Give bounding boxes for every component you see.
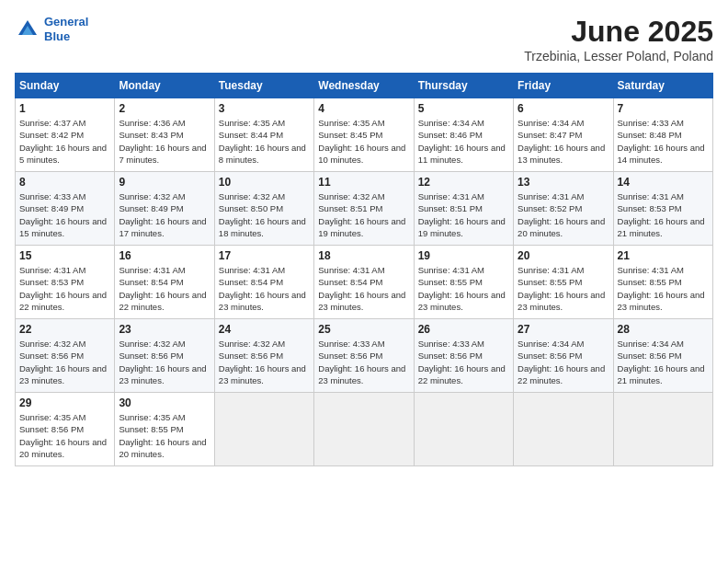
day-info: Sunrise: 4:35 AMSunset: 8:45 PMDaylight:… bbox=[318, 117, 409, 166]
calendar-cell: 9Sunrise: 4:32 AMSunset: 8:49 PMDaylight… bbox=[115, 172, 214, 246]
calendar-cell: 13Sunrise: 4:31 AMSunset: 8:52 PMDayligh… bbox=[514, 172, 613, 246]
calendar-cell bbox=[514, 393, 613, 466]
day-info: Sunrise: 4:31 AMSunset: 8:52 PMDaylight:… bbox=[518, 190, 609, 239]
day-number: 19 bbox=[418, 249, 509, 262]
day-number: 27 bbox=[518, 323, 609, 336]
day-number: 25 bbox=[318, 323, 409, 336]
calendar-cell: 21Sunrise: 4:31 AMSunset: 8:55 PMDayligh… bbox=[613, 246, 712, 319]
day-info: Sunrise: 4:31 AMSunset: 8:54 PMDaylight:… bbox=[219, 264, 310, 313]
day-info: Sunrise: 4:34 AMSunset: 8:46 PMDaylight:… bbox=[418, 117, 509, 166]
day-number: 17 bbox=[219, 249, 310, 262]
day-number: 26 bbox=[418, 323, 509, 336]
calendar-cell: 3Sunrise: 4:35 AMSunset: 8:44 PMDaylight… bbox=[214, 98, 313, 172]
calendar-cell: 20Sunrise: 4:31 AMSunset: 8:55 PMDayligh… bbox=[514, 246, 613, 319]
day-info: Sunrise: 4:31 AMSunset: 8:55 PMDaylight:… bbox=[618, 264, 709, 313]
day-info: Sunrise: 4:33 AMSunset: 8:49 PMDaylight:… bbox=[19, 190, 110, 239]
calendar-cell: 7Sunrise: 4:33 AMSunset: 8:48 PMDaylight… bbox=[613, 98, 712, 172]
day-number: 4 bbox=[318, 102, 409, 115]
day-info: Sunrise: 4:35 AMSunset: 8:55 PMDaylight:… bbox=[119, 411, 210, 460]
day-info: Sunrise: 4:31 AMSunset: 8:54 PMDaylight:… bbox=[318, 264, 409, 313]
calendar-cell: 19Sunrise: 4:31 AMSunset: 8:55 PMDayligh… bbox=[414, 246, 513, 319]
day-number: 10 bbox=[219, 176, 310, 189]
col-header-saturday: Saturday bbox=[613, 74, 712, 98]
day-number: 3 bbox=[219, 102, 310, 115]
day-number: 5 bbox=[418, 102, 509, 115]
calendar-cell: 16Sunrise: 4:31 AMSunset: 8:54 PMDayligh… bbox=[115, 246, 214, 319]
logo-icon bbox=[15, 17, 40, 42]
day-number: 1 bbox=[19, 102, 110, 115]
day-number: 14 bbox=[618, 176, 709, 189]
day-number: 15 bbox=[19, 249, 110, 262]
day-info: Sunrise: 4:36 AMSunset: 8:43 PMDaylight:… bbox=[119, 117, 210, 166]
calendar-cell: 23Sunrise: 4:32 AMSunset: 8:56 PMDayligh… bbox=[115, 319, 214, 393]
calendar-week-row: 8Sunrise: 4:33 AMSunset: 8:49 PMDaylight… bbox=[16, 172, 713, 246]
day-info: Sunrise: 4:31 AMSunset: 8:51 PMDaylight:… bbox=[418, 190, 509, 239]
calendar-cell: 4Sunrise: 4:35 AMSunset: 8:45 PMDaylight… bbox=[314, 98, 414, 172]
day-number: 2 bbox=[119, 102, 210, 115]
day-number: 12 bbox=[418, 176, 509, 189]
day-info: Sunrise: 4:31 AMSunset: 8:55 PMDaylight:… bbox=[518, 264, 609, 313]
calendar-cell: 11Sunrise: 4:32 AMSunset: 8:51 PMDayligh… bbox=[314, 172, 414, 246]
calendar-cell: 6Sunrise: 4:34 AMSunset: 8:47 PMDaylight… bbox=[514, 98, 613, 172]
location-title: Trzebinia, Lesser Poland, Poland bbox=[524, 49, 713, 63]
day-info: Sunrise: 4:32 AMSunset: 8:50 PMDaylight:… bbox=[219, 190, 310, 239]
calendar-cell: 24Sunrise: 4:32 AMSunset: 8:56 PMDayligh… bbox=[214, 319, 313, 393]
calendar-cell bbox=[314, 393, 414, 466]
day-info: Sunrise: 4:32 AMSunset: 8:56 PMDaylight:… bbox=[119, 338, 210, 386]
col-header-sunday: Sunday bbox=[16, 74, 115, 98]
col-header-wednesday: Wednesday bbox=[314, 74, 414, 98]
day-info: Sunrise: 4:34 AMSunset: 8:56 PMDaylight:… bbox=[618, 338, 709, 386]
day-info: Sunrise: 4:35 AMSunset: 8:56 PMDaylight:… bbox=[19, 411, 110, 460]
day-number: 21 bbox=[618, 249, 709, 262]
calendar-week-row: 1Sunrise: 4:37 AMSunset: 8:42 PMDaylight… bbox=[16, 98, 713, 172]
calendar-cell bbox=[414, 393, 513, 466]
calendar-cell: 22Sunrise: 4:32 AMSunset: 8:56 PMDayligh… bbox=[16, 319, 115, 393]
calendar-cell bbox=[214, 393, 313, 466]
day-info: Sunrise: 4:31 AMSunset: 8:54 PMDaylight:… bbox=[119, 264, 210, 313]
calendar-cell: 14Sunrise: 4:31 AMSunset: 8:53 PMDayligh… bbox=[613, 172, 712, 246]
day-number: 28 bbox=[618, 323, 709, 336]
day-info: Sunrise: 4:32 AMSunset: 8:51 PMDaylight:… bbox=[318, 190, 409, 239]
calendar-cell: 17Sunrise: 4:31 AMSunset: 8:54 PMDayligh… bbox=[214, 246, 313, 319]
day-number: 23 bbox=[119, 323, 210, 336]
calendar-cell: 18Sunrise: 4:31 AMSunset: 8:54 PMDayligh… bbox=[314, 246, 414, 319]
day-info: Sunrise: 4:34 AMSunset: 8:56 PMDaylight:… bbox=[518, 338, 609, 386]
calendar-header-row: SundayMondayTuesdayWednesdayThursdayFrid… bbox=[16, 74, 713, 98]
day-info: Sunrise: 4:33 AMSunset: 8:56 PMDaylight:… bbox=[318, 338, 409, 386]
calendar-cell bbox=[613, 393, 712, 466]
day-number: 22 bbox=[19, 323, 110, 336]
day-number: 24 bbox=[219, 323, 310, 336]
day-number: 13 bbox=[518, 176, 609, 189]
col-header-monday: Monday bbox=[115, 74, 214, 98]
col-header-friday: Friday bbox=[514, 74, 613, 98]
calendar-week-row: 29Sunrise: 4:35 AMSunset: 8:56 PMDayligh… bbox=[16, 393, 713, 466]
calendar-cell: 10Sunrise: 4:32 AMSunset: 8:50 PMDayligh… bbox=[214, 172, 313, 246]
title-area: June 2025 Trzebinia, Lesser Poland, Pola… bbox=[524, 15, 713, 63]
logo-general: General bbox=[44, 15, 88, 29]
calendar-cell: 8Sunrise: 4:33 AMSunset: 8:49 PMDaylight… bbox=[16, 172, 115, 246]
calendar-cell: 26Sunrise: 4:33 AMSunset: 8:56 PMDayligh… bbox=[414, 319, 513, 393]
page-header: General Blue June 2025 Trzebinia, Lesser… bbox=[15, 15, 713, 63]
day-number: 16 bbox=[119, 249, 210, 262]
calendar-cell: 25Sunrise: 4:33 AMSunset: 8:56 PMDayligh… bbox=[314, 319, 414, 393]
day-number: 8 bbox=[19, 176, 110, 189]
day-info: Sunrise: 4:33 AMSunset: 8:56 PMDaylight:… bbox=[418, 338, 509, 386]
day-number: 30 bbox=[119, 396, 210, 409]
day-info: Sunrise: 4:33 AMSunset: 8:48 PMDaylight:… bbox=[618, 117, 709, 166]
day-number: 9 bbox=[119, 176, 210, 189]
day-info: Sunrise: 4:35 AMSunset: 8:44 PMDaylight:… bbox=[219, 117, 310, 166]
calendar-cell: 2Sunrise: 4:36 AMSunset: 8:43 PMDaylight… bbox=[115, 98, 214, 172]
calendar-cell: 5Sunrise: 4:34 AMSunset: 8:46 PMDaylight… bbox=[414, 98, 513, 172]
day-info: Sunrise: 4:31 AMSunset: 8:55 PMDaylight:… bbox=[418, 264, 509, 313]
day-number: 11 bbox=[318, 176, 409, 189]
calendar-cell: 29Sunrise: 4:35 AMSunset: 8:56 PMDayligh… bbox=[16, 393, 115, 466]
day-info: Sunrise: 4:32 AMSunset: 8:49 PMDaylight:… bbox=[119, 190, 210, 239]
day-info: Sunrise: 4:31 AMSunset: 8:53 PMDaylight:… bbox=[618, 190, 709, 239]
logo-blue: Blue bbox=[44, 29, 70, 43]
day-number: 7 bbox=[618, 102, 709, 115]
calendar-cell: 15Sunrise: 4:31 AMSunset: 8:53 PMDayligh… bbox=[16, 246, 115, 319]
day-info: Sunrise: 4:31 AMSunset: 8:53 PMDaylight:… bbox=[19, 264, 110, 313]
day-info: Sunrise: 4:32 AMSunset: 8:56 PMDaylight:… bbox=[19, 338, 110, 386]
logo: General Blue bbox=[15, 15, 88, 43]
day-info: Sunrise: 4:37 AMSunset: 8:42 PMDaylight:… bbox=[19, 117, 110, 166]
